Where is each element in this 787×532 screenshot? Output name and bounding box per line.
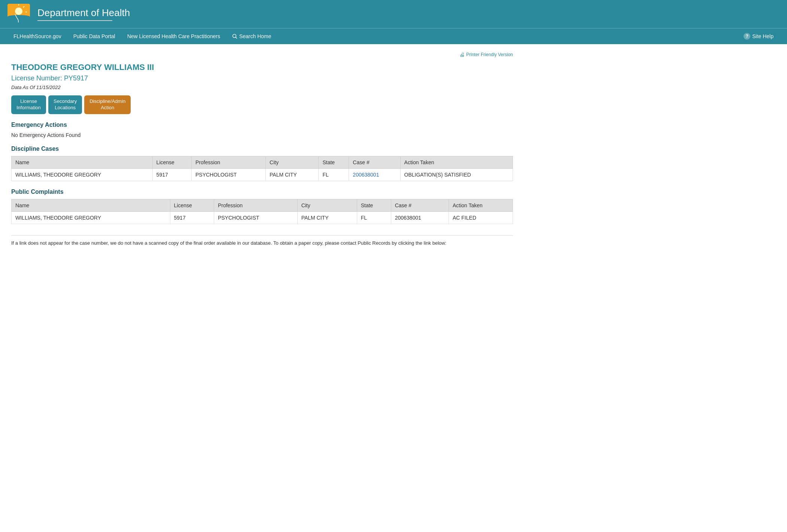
page-title: THEODORE GREGORY WILLIAMS III bbox=[11, 62, 513, 72]
col-city-pc: City bbox=[297, 199, 357, 211]
svg-line-8 bbox=[236, 37, 237, 39]
pc-city-cell: PALM CITY bbox=[297, 211, 357, 224]
dc-profession-cell: PSYCHOLOGIST bbox=[191, 168, 265, 181]
dc-state-cell: FL bbox=[319, 168, 349, 181]
pc-profession-cell: PSYCHOLOGIST bbox=[214, 211, 297, 224]
nav-new-licensed[interactable]: New Licensed Health Care Practitioners bbox=[121, 29, 226, 44]
public-complaints-table: Name License Profession City State Case … bbox=[11, 199, 513, 224]
public-complaints-heading: Public Complaints bbox=[11, 189, 513, 195]
header-underline bbox=[37, 20, 112, 21]
tab-buttons: License Information Secondary Locations … bbox=[11, 95, 513, 114]
tab-discipline-action[interactable]: Discipline/Admin Action bbox=[84, 95, 131, 114]
header-top: Department of Health bbox=[0, 0, 787, 28]
svg-point-7 bbox=[233, 34, 236, 38]
table-row: WILLIAMS, THEODORE GREGORY5917PSYCHOLOGI… bbox=[12, 168, 513, 181]
col-case-dc: Case # bbox=[349, 156, 400, 168]
data-as-of: Data As Of 11/15/2022 bbox=[11, 85, 513, 90]
nav-bar: FLHealthSource.gov Public Data Portal Ne… bbox=[0, 28, 787, 44]
col-city-dc: City bbox=[266, 156, 319, 168]
discipline-cases-header-row: Name License Profession City State Case … bbox=[12, 156, 513, 168]
discipline-cases-table: Name License Profession City State Case … bbox=[11, 156, 513, 181]
discipline-cases-heading: Discipline Cases bbox=[11, 146, 513, 152]
col-name-pc: Name bbox=[12, 199, 170, 211]
svg-point-6 bbox=[7, 15, 30, 19]
svg-point-1 bbox=[15, 7, 22, 15]
no-emergency-actions-text: No Emergency Actions Found bbox=[11, 132, 513, 138]
printer-icon: 🖨 bbox=[459, 52, 465, 58]
nav-search-home[interactable]: Search Home bbox=[226, 29, 277, 44]
printer-friendly-link[interactable]: Printer Friendly Version bbox=[466, 52, 513, 57]
table-row: WILLIAMS, THEODORE GREGORY5917PSYCHOLOGI… bbox=[12, 211, 513, 224]
dc-case-cell[interactable]: 200638001 bbox=[349, 168, 400, 181]
site-help-nav[interactable]: ? Site Help bbox=[738, 28, 780, 44]
tab-secondary-locations[interactable]: Secondary Locations bbox=[48, 95, 82, 114]
search-icon bbox=[232, 34, 237, 39]
col-case-pc: Case # bbox=[391, 199, 449, 211]
header-title-block: Department of Health bbox=[37, 7, 130, 21]
col-name-dc: Name bbox=[12, 156, 153, 168]
header-title: Department of Health bbox=[37, 7, 130, 19]
pc-license-cell: 5917 bbox=[170, 211, 214, 224]
florida-health-logo bbox=[7, 4, 30, 24]
public-complaints-tbody: WILLIAMS, THEODORE GREGORY5917PSYCHOLOGI… bbox=[12, 211, 513, 224]
emergency-actions-heading: Emergency Actions bbox=[11, 122, 513, 128]
col-action-dc: Action Taken bbox=[400, 156, 513, 168]
dc-license-cell: 5917 bbox=[152, 168, 191, 181]
printer-friendly-bar: 🖨 Printer Friendly Version bbox=[11, 50, 513, 59]
dc-action-cell: OBLIGATION(S) SATISFIED bbox=[400, 168, 513, 181]
col-action-pc: Action Taken bbox=[449, 199, 513, 211]
col-profession-dc: Profession bbox=[191, 156, 265, 168]
public-complaints-header-row: Name License Profession City State Case … bbox=[12, 199, 513, 211]
logo-box bbox=[7, 4, 30, 24]
footer-note: If a link does not appear for the case n… bbox=[11, 235, 513, 246]
license-number: License Number: PY5917 bbox=[11, 74, 513, 82]
pc-state-cell: FL bbox=[357, 211, 391, 224]
col-license-pc: License bbox=[170, 199, 214, 211]
col-state-dc: State bbox=[319, 156, 349, 168]
dc-city-cell: PALM CITY bbox=[266, 168, 319, 181]
public-complaints-thead: Name License Profession City State Case … bbox=[12, 199, 513, 211]
main-content: 🖨 Printer Friendly Version THEODORE GREG… bbox=[0, 44, 524, 257]
nav-flhealthsource[interactable]: FLHealthSource.gov bbox=[7, 29, 67, 44]
tab-license-information[interactable]: License Information bbox=[11, 95, 46, 114]
help-icon: ? bbox=[744, 33, 750, 40]
nav-public-data-portal[interactable]: Public Data Portal bbox=[67, 29, 121, 44]
pc-case-cell: 200638001 bbox=[391, 211, 449, 224]
pc-name-cell: WILLIAMS, THEODORE GREGORY bbox=[12, 211, 170, 224]
col-state-pc: State bbox=[357, 199, 391, 211]
col-license-dc: License bbox=[152, 156, 191, 168]
pc-action-cell: AC FILED bbox=[449, 211, 513, 224]
discipline-cases-thead: Name License Profession City State Case … bbox=[12, 156, 513, 168]
case-number-link[interactable]: 200638001 bbox=[353, 172, 379, 178]
dc-name-cell: WILLIAMS, THEODORE GREGORY bbox=[12, 168, 153, 181]
col-profession-pc: Profession bbox=[214, 199, 297, 211]
discipline-cases-tbody: WILLIAMS, THEODORE GREGORY5917PSYCHOLOGI… bbox=[12, 168, 513, 181]
